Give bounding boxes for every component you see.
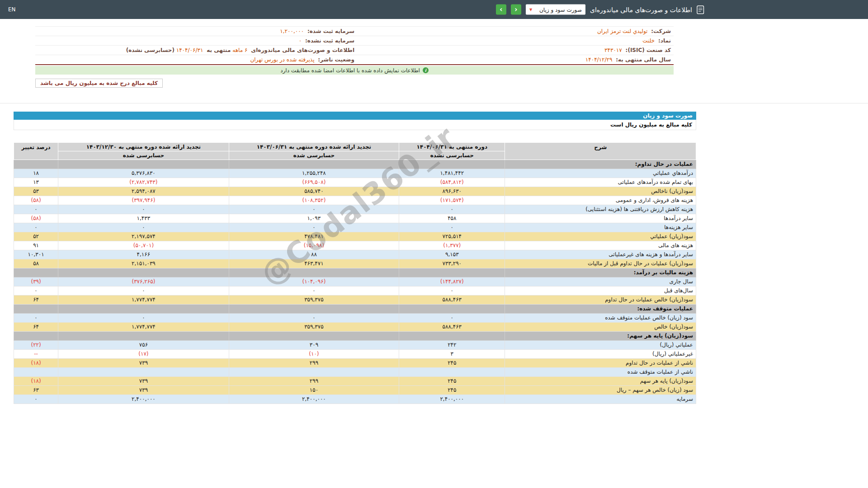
row-value: ۹۱ xyxy=(14,241,58,250)
row-value xyxy=(58,305,229,314)
statement-section: صورت سود و زیان کلیه مبالغ به میلیون ریا… xyxy=(14,112,696,404)
row-value: ۸۹۶,۶۳۰ xyxy=(399,187,505,196)
row-value: ۴,۱۶۶ xyxy=(58,250,229,259)
row-value: (۱۰) xyxy=(229,350,399,359)
row-value: (۳۹۷,۹۴۶) xyxy=(58,196,229,205)
row-label: ناشي از عمليات در حال تداوم xyxy=(505,359,696,368)
prev-report-button[interactable]: › xyxy=(496,5,506,15)
fiscal-year-value: ۱۴۰۴/۱۲/۲۹ xyxy=(585,56,613,63)
col-header-period-restated-mid: تجدید ارائه شده دوره منتهی به ۱۴۰۳/۰۶/۳۱ xyxy=(229,143,399,151)
row-value xyxy=(14,160,58,169)
row-value: ۴۵۸ xyxy=(399,214,505,223)
row-value xyxy=(399,332,505,341)
isic-label: کد صنعت (ISIC): xyxy=(626,47,671,53)
company-info-row: شرکت: توليدي لنت ترمز ايران سرمایه ثبت ش… xyxy=(35,27,674,36)
col-subheader-audit-current: حسابرسی نشده xyxy=(399,151,505,160)
row-label: درآمدهاي عملياتي xyxy=(505,169,696,178)
row-label: عملياتي (ريال) xyxy=(505,341,696,350)
ticker-field: نماد: خلنت xyxy=(354,38,671,44)
row-value: (۵۰,۷۰۱) xyxy=(58,241,229,250)
statement-row: عملياتي (ريال)۲۴۲۳۰۹۷۵۶(۲۲) xyxy=(14,341,696,350)
row-value: (۵۸) xyxy=(14,214,58,223)
row-value: ۰ xyxy=(58,314,229,323)
registered-capital-field: سرمایه ثبت شده: ۱,۲۰۰,۰۰۰ xyxy=(38,28,354,34)
row-label: سود (زیان) خالص عملیات متوقف شده xyxy=(505,314,696,323)
row-value: ۰ xyxy=(399,286,505,296)
statement-row: سود (زيان) خالص هر سهم – ريال۲۴۵۱۵۰۷۳۹۶۳ xyxy=(14,386,696,395)
row-label: سال جاری xyxy=(505,277,696,286)
statement-row: سود (زیان) خالص عملیات متوقف شده۰۰۰۰ xyxy=(14,314,696,323)
statement-row: سرمايه۲,۴۰۰,۰۰۰۲,۴۰۰,۰۰۰۲,۴۰۰,۰۰۰۰ xyxy=(14,395,696,404)
report-type-dropdown[interactable]: صورت سود و زیان ▼ xyxy=(526,5,585,15)
row-label: هزینه کاهش ارزش دریافتنی ها (هزینه استثن… xyxy=(505,205,696,214)
row-value: ۲,۴۰۰,۰۰۰ xyxy=(58,395,229,404)
row-value: (۶۶۹,۵۰۸) xyxy=(229,178,399,187)
section-row: هزينه ماليات بر درآمد: xyxy=(14,268,696,277)
row-value: ۷۳۹ xyxy=(58,377,229,386)
row-value: ۰ xyxy=(14,314,58,323)
row-value: ۴۶۳,۴۷۱ xyxy=(229,259,399,268)
row-value: ۱۵۰ xyxy=(229,386,399,395)
statement-row: هزینه کاهش ارزش دریافتنی ها (هزینه استثن… xyxy=(14,205,696,214)
row-label: هزينه هاى فروش، ادارى و عمومى xyxy=(505,196,696,205)
ticker-link[interactable]: خلنت xyxy=(642,38,655,44)
row-label: عملیات متوقف شده: xyxy=(505,305,696,314)
row-value xyxy=(58,332,229,341)
row-value: ۰ xyxy=(14,205,58,214)
row-value: ۰ xyxy=(229,205,399,214)
row-value: ۵۸۵,۷۴۰ xyxy=(229,187,399,196)
statement-row: سود(زيان) خالص عمليات در حال تداوم۵۸۸,۴۶… xyxy=(14,296,696,305)
row-value: (۳۷۶,۲۶۵) xyxy=(58,277,229,286)
row-label: هزينه ماليات بر درآمد: xyxy=(505,268,696,277)
issuer-status-field: وضعیت ناشر: پذيرفته شده در بورس تهران xyxy=(38,56,354,63)
row-value: ۰ xyxy=(58,223,229,232)
row-value: ۳۵۹,۳۷۵ xyxy=(229,323,399,332)
row-label: سود(زيان) عملياتي xyxy=(505,232,696,241)
unregistered-capital-label: سرمایه ثبت نشده: xyxy=(305,38,354,44)
row-label: سود(زيان) پايه هر سهم: xyxy=(505,332,696,341)
statement-table-body: عملیات در حال تداوم:درآمدهاي عملياتي۱,۴۸… xyxy=(14,160,696,404)
row-value xyxy=(399,268,505,277)
language-toggle[interactable]: EN xyxy=(8,6,16,13)
row-value: ۶۴ xyxy=(14,323,58,332)
row-value: ۰ xyxy=(399,314,505,323)
row-value: ۶۳ xyxy=(14,386,58,395)
row-value xyxy=(58,268,229,277)
company-name-link[interactable]: توليدي لنت ترمز ايران xyxy=(597,28,647,34)
row-value xyxy=(14,268,58,277)
row-value: ۲۹۹ xyxy=(229,359,399,368)
col-header-percent-change: درصد تغییر xyxy=(14,143,58,160)
row-value: ۷۳۳,۲۹۰ xyxy=(399,259,505,268)
signed-data-banner-text: اطلاعات نمایش داده شده با اطلاعات امضا ش… xyxy=(280,67,420,74)
statement-row: هزينه هاى مالى(۱,۳۷۷)(۱۵,۰۹۸)(۵۰,۷۰۱)۹۱ xyxy=(14,241,696,250)
row-value xyxy=(229,305,399,314)
col-header-description: شرح xyxy=(505,143,696,160)
row-value: ۲۴۵ xyxy=(399,377,505,386)
report-period-date: ۱۴۰۴/۰۶/۳۱ xyxy=(176,47,203,53)
amounts-unit-note: کلیه مبالغ درج شده به میلیون ریال می باش… xyxy=(35,79,163,88)
statement-title-bar: صورت سود و زیان xyxy=(14,112,696,120)
row-label: ساير درآمدها xyxy=(505,214,696,223)
report-period-prefix: اطلاعات و صورت‌های مالی میاندوره‌ای xyxy=(251,47,354,53)
row-value: ۰ xyxy=(14,223,58,232)
statement-row: ساير درآمدها و هزينه هاى غيرعملياتى۹,۱۵۳… xyxy=(14,250,696,259)
report-period-length: ۶ ماهه xyxy=(232,47,247,53)
col-subheader-audit-mid: حسابرسی شده xyxy=(229,151,399,160)
statement-row: درآمدهاي عملياتي۱,۴۸۱,۴۴۲۱,۲۵۵,۲۴۸۵,۳۷۶,… xyxy=(14,169,696,178)
next-report-button[interactable]: ‹ xyxy=(511,5,521,15)
row-value xyxy=(229,160,399,169)
row-label: غيرعملياتي (ريال) xyxy=(505,350,696,359)
row-value: ۰ xyxy=(399,205,505,214)
row-value: ۱,۰۹۳ xyxy=(229,214,399,223)
row-label: عملیات در حال تداوم: xyxy=(505,160,696,169)
row-value: ۵۸ xyxy=(14,259,58,268)
row-value: ۷۳۹ xyxy=(58,386,229,395)
company-label: شرکت: xyxy=(651,28,671,34)
signed-data-banner: i اطلاعات نمایش داده شده با اطلاعات امضا… xyxy=(35,66,674,75)
statement-row: سود(زيان) ناخالص۸۹۶,۶۳۰۵۸۵,۷۴۰۲,۵۹۴,۰۸۷۵… xyxy=(14,187,696,196)
statement-row: ساير درآمدها۴۵۸۱,۰۹۳۱,۴۳۳(۵۸) xyxy=(14,214,696,223)
row-value: ۶۴ xyxy=(14,296,58,305)
report-period-middle: منتهی به xyxy=(207,47,231,53)
row-label: سود(زيان) خالص xyxy=(505,323,696,332)
col-header-period-current: دوره منتهی به ۱۴۰۴/۰۶/۳۱ xyxy=(399,143,505,151)
